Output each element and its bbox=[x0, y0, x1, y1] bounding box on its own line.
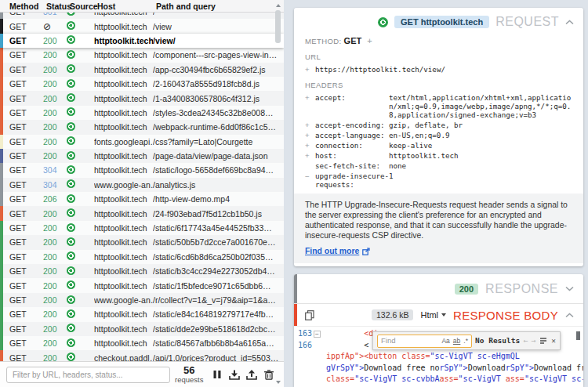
category-color-bar bbox=[0, 350, 3, 361]
column-source: Source bbox=[70, 2, 97, 11]
table-row[interactable]: GET 200 httptoolkit.tech /static/e84c164… bbox=[0, 307, 284, 321]
category-color-bar bbox=[0, 322, 3, 336]
table-row[interactable]: GET 200 www.google-an… /r/collect?v=1&_v… bbox=[0, 293, 284, 307]
table-row[interactable]: GET 200 httptoolkit.tech /24-f903ebad7f5… bbox=[0, 206, 284, 220]
table-row[interactable]: GET 200 httptoolkit.tech /webpack-runtim… bbox=[0, 120, 284, 134]
row-method: GET bbox=[9, 237, 43, 247]
line-gutter: 163 − bbox=[294, 328, 322, 340]
row-source bbox=[67, 35, 94, 45]
table-row[interactable]: GET 200 httptoolkit.tech /static/6cd6b8d… bbox=[0, 250, 284, 264]
row-source bbox=[67, 309, 94, 320]
collapse-request-button[interactable] bbox=[565, 20, 574, 25]
row-source bbox=[67, 64, 94, 74]
column-method: Method bbox=[9, 2, 46, 11]
expand-url-button[interactable]: + bbox=[305, 65, 315, 74]
row-status: 200 bbox=[43, 122, 67, 132]
row-path: /static/dde2e99be518618d2cbc… bbox=[153, 324, 284, 334]
table-row[interactable]: GET 200 httptoolkit.tech /static/1f5bfed… bbox=[0, 278, 284, 292]
request-count-number: 56 bbox=[170, 365, 209, 375]
row-path: /24-f903ebad7f5d12cb1b50.js bbox=[153, 209, 284, 219]
editor-scrollbar-thumb[interactable] bbox=[576, 331, 580, 340]
row-method: GET bbox=[9, 180, 43, 190]
import-button[interactable] bbox=[226, 365, 243, 384]
header-expand-toggle[interactable]: + bbox=[305, 131, 315, 139]
row-method: GET bbox=[9, 22, 43, 31]
response-body-editor[interactable]: Find Aa ab .* No Results ← → ✕ 163 − <di bbox=[294, 326, 583, 387]
table-row[interactable]: GET 200 fonts.googleapi… /css?family=Lat… bbox=[0, 135, 284, 149]
table-row[interactable]: GET 200 httptoolkit.tech /app-cc30494fbc… bbox=[0, 63, 284, 77]
line-gutter bbox=[294, 363, 322, 374]
add-method-button[interactable]: + bbox=[367, 36, 372, 45]
row-host: httptoolkit.tech bbox=[94, 108, 153, 118]
find-next-button[interactable]: → bbox=[531, 337, 535, 345]
table-row[interactable]: GET 200 httptoolkit.tech /static/6f17743… bbox=[0, 221, 284, 235]
header-expand-toggle[interactable]: + bbox=[305, 121, 315, 129]
table-row[interactable]: GET 200 httptoolkit.tech /static/dde2e99… bbox=[0, 322, 284, 336]
copy-body-button[interactable] bbox=[305, 310, 314, 320]
table-row[interactable]: GET ⊘ httptoolkit.tech /view bbox=[0, 19, 284, 33]
table-row[interactable]: GET 200 httptoolkit.tech /static/50b5b7d… bbox=[0, 235, 284, 249]
collapse-response-body-button[interactable] bbox=[565, 313, 574, 318]
table-row[interactable]: GET 200 httptoolkit.tech /page-data/view… bbox=[0, 149, 284, 163]
table-scrollbar[interactable] bbox=[274, 0, 282, 387]
match-case-toggle[interactable]: Aa bbox=[441, 335, 449, 347]
pause-button[interactable] bbox=[209, 365, 226, 384]
chrome-icon bbox=[67, 280, 75, 289]
row-status: 200 bbox=[43, 223, 67, 233]
header-expand-toggle[interactable]: + bbox=[305, 151, 315, 160]
table-row[interactable]: GET 200 httptoolkit.tech /styles-3cdea24… bbox=[0, 106, 284, 120]
row-method: GET bbox=[9, 50, 43, 60]
row-source bbox=[67, 179, 94, 190]
row-host: httptoolkit.tech bbox=[94, 194, 153, 204]
table-row[interactable]: GET 206 httptoolkit.tech /http-view-demo… bbox=[0, 192, 284, 206]
regex-toggle[interactable]: .* bbox=[463, 335, 468, 347]
row-method: GET bbox=[9, 108, 43, 118]
header-value: gzip, deflate, br bbox=[389, 121, 577, 129]
table-row[interactable]: GET 200 httptoolkit.tech /view/ bbox=[0, 34, 284, 48]
table-row[interactable]: GET 304 www.google-an… /analytics.js bbox=[0, 178, 284, 192]
table-row[interactable]: GET 301 httptoolkit.tech / bbox=[0, 13, 284, 19]
find-input[interactable]: Find Aa ab .* bbox=[377, 335, 472, 348]
body-format-dropdown[interactable]: Html bbox=[420, 310, 446, 320]
http-toolkit-window: Method Status Source Host Path and query… bbox=[0, 0, 588, 387]
table-row[interactable]: GET 200 httptoolkit.tech /static/b3c4cc2… bbox=[0, 264, 284, 278]
header-expand-toggle[interactable]: + bbox=[305, 141, 315, 150]
table-row[interactable]: GET 200 checkout.paddl… /api/1.0/prices?… bbox=[0, 350, 284, 361]
scroll-up-arrow[interactable] bbox=[276, 4, 281, 7]
row-method: GET bbox=[9, 209, 43, 219]
table-row[interactable]: GET 200 httptoolkit.tech /component---sr… bbox=[0, 48, 284, 62]
category-color-bar bbox=[0, 264, 3, 278]
response-status-badge: 200 bbox=[455, 284, 478, 295]
category-color-bar bbox=[0, 235, 3, 249]
whole-word-toggle[interactable]: ab bbox=[453, 335, 460, 347]
table-row[interactable]: GET 304 httptoolkit.tech /static/logo-56… bbox=[0, 163, 284, 177]
row-status: 200 bbox=[43, 50, 67, 60]
filter-input[interactable] bbox=[6, 367, 170, 383]
header-name: accept: bbox=[315, 93, 389, 119]
find-previous-button[interactable]: ← bbox=[523, 337, 528, 345]
scrollbar-thumb[interactable] bbox=[275, 10, 281, 43]
header-expand-toggle[interactable]: + bbox=[305, 93, 315, 119]
header-row: + connection: keep-alive bbox=[294, 141, 583, 150]
body-format-value: Html bbox=[420, 310, 438, 320]
row-status: 301 bbox=[43, 13, 67, 16]
category-color-bar bbox=[0, 307, 3, 321]
row-host: httptoolkit.tech bbox=[94, 266, 153, 276]
table-row[interactable]: GET 200 httptoolkit.tech /2-160437a8555d… bbox=[0, 77, 284, 91]
fold-toggle-icon[interactable]: − bbox=[314, 331, 321, 338]
row-path: /styles-3cdea24345c32b8e008… bbox=[153, 108, 284, 118]
find-out-more-link[interactable]: Find out more bbox=[305, 246, 359, 256]
export-button[interactable] bbox=[243, 365, 260, 384]
row-path: /2-160437a8555d918fcb8d.js bbox=[153, 79, 284, 89]
header-expand-toggle[interactable] bbox=[305, 161, 315, 170]
header-expand-toggle[interactable]: − bbox=[305, 172, 315, 189]
row-method: GET bbox=[9, 137, 43, 146]
table-row[interactable]: GET 200 httptoolkit.tech /1-a34008306578… bbox=[0, 91, 284, 105]
expand-response-button[interactable] bbox=[565, 286, 574, 291]
request-card: GET httptoolkit.tech REQUEST METHOD:GET+… bbox=[294, 8, 583, 266]
table-row[interactable]: GET 200 httptoolkit.tech /static/84567af… bbox=[0, 336, 284, 350]
find-in-selection-toggle[interactable] bbox=[540, 338, 546, 344]
find-close-button[interactable]: ✕ bbox=[551, 335, 556, 347]
row-path: /http-view-demo.mp4 bbox=[153, 194, 284, 204]
scroll-down-arrow[interactable] bbox=[276, 381, 281, 384]
